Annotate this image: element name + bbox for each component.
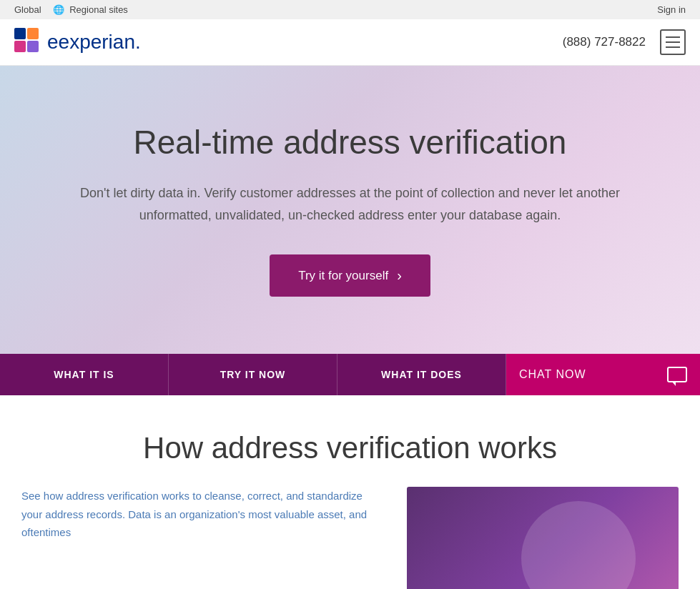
chat-label: Chat now [519,368,586,381]
tab-what-it-does[interactable]: WHAT IT DOES [337,354,506,395]
globe-icon: 🌐 [53,4,64,15]
hamburger-line-2 [666,41,680,43]
chat-icon [667,367,687,382]
header: eexperian. (888) 727-8822 [0,19,700,66]
svg-rect-3 [27,41,39,52]
svg-rect-0 [14,28,26,39]
sign-in-link[interactable]: Sign in [657,4,686,15]
top-bar-left: Global 🌐 Regional sites [14,4,128,15]
top-bar: Global 🌐 Regional sites Sign in [0,0,700,19]
hamburger-line-3 [666,46,680,48]
chat-now-button[interactable]: Chat now [506,354,700,395]
video-bg-decoration [521,501,636,589]
content-body: See how address verification works to cl… [21,487,679,589]
content-text: See how address verification works to cl… [21,487,378,542]
logo-text: eexperian. [47,31,141,54]
experian-logo-mark [14,28,43,56]
svg-rect-2 [14,41,26,52]
svg-rect-1 [27,28,39,39]
phone-number: (888) 727-8822 [563,35,646,49]
hamburger-line-1 [666,36,680,38]
nav-tabs: WHAT IT IS TRY IT NOW WHAT IT DOES Chat … [0,354,700,395]
content-section: How address verification works See how a… [0,395,700,589]
hero-section: Real-time address verification Don't let… [0,66,700,354]
hero-title: Real-time address verification [29,123,671,162]
hero-description: Don't let dirty data in. Verify customer… [57,182,644,226]
tab-what-it-is[interactable]: WHAT IT IS [0,354,169,395]
regional-sites-link[interactable]: 🌐 Regional sites [53,4,128,15]
content-title: How address verification works [21,431,679,465]
logo[interactable]: eexperian. [14,28,141,56]
tab-try-it-now[interactable]: TRY IT NOW [169,354,337,395]
global-link[interactable]: Global [14,4,41,15]
video-thumbnail[interactable]: Address Verification [407,487,679,589]
header-right: (888) 727-8822 [563,29,686,55]
hamburger-menu[interactable] [660,29,686,55]
chevron-right-icon: › [397,267,402,284]
try-it-button[interactable]: Try it for yourself › [270,254,430,297]
